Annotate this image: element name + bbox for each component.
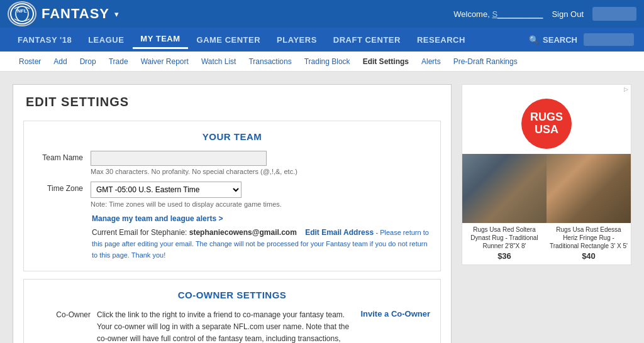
welcome-text: Welcome, S__________ <box>453 9 543 19</box>
email-address: stephaniecowens@gmail.com <box>189 228 297 237</box>
fantasy-dropdown-chevron[interactable]: ▾ <box>114 9 119 19</box>
team-name-field-area: Max 30 characters. No profanity. No spec… <box>91 151 430 175</box>
subnav-alerts[interactable]: Alerts <box>415 55 447 68</box>
subnav-drop[interactable]: Drop <box>74 55 103 68</box>
rugs-usa-logo[interactable]: RUGS USA <box>521 99 572 149</box>
nav-item-myteam[interactable]: MY TEAM <box>133 30 187 49</box>
nav-item-research[interactable]: RESEARCH <box>409 31 473 48</box>
welcome-name: S__________ <box>492 9 543 19</box>
subnav-predraftrankings[interactable]: Pre-Draft Rankings <box>447 55 524 68</box>
co-owner-title: CO-OWNER SETTINGS <box>34 290 430 300</box>
page-title: EDIT SETTINGS <box>13 85 451 116</box>
team-name-label: Team Name <box>34 151 91 162</box>
ad-label: ▷ <box>624 86 628 92</box>
sign-out-link[interactable]: Sign Out <box>552 9 584 19</box>
top-bar: NFL FANTASY ▾ Welcome, S__________ Sign … <box>0 0 644 28</box>
email-row: Current Email for Stephanie: stephanieco… <box>92 227 430 261</box>
team-name-row: Team Name Max 30 characters. No profanit… <box>34 151 430 175</box>
rug-item-right[interactable]: Rugs Usa Rust Edessa Heriz Fringe Rug - … <box>547 154 631 264</box>
subnav-watchlist[interactable]: Watch List <box>195 55 243 68</box>
rug-item-left[interactable]: Rugs Usa Red Soltera Dynast Rug - Tradit… <box>462 154 547 264</box>
ad-container: ▷ RUGS USA Rugs Usa Red Soltera Dynast R… <box>462 84 631 265</box>
search-label: SEARCH <box>543 35 577 45</box>
your-team-section: YOUR TEAM Team Name Max 30 characters. N… <box>23 121 441 271</box>
content-right: ▷ RUGS USA Rugs Usa Red Soltera Dynast R… <box>462 84 631 343</box>
rug-caption-left: Rugs Usa Red Soltera Dynast Rug - Tradit… <box>462 223 547 251</box>
content-left: EDIT SETTINGS YOUR TEAM Team Name Max 30… <box>13 84 452 343</box>
co-owner-description: Click the link to the right to invite a … <box>97 309 354 343</box>
time-zone-select[interactable]: GMT -05:00 U.S. Eastern Time <box>91 182 242 198</box>
team-name-hint: Max 30 characters. No profanity. No spec… <box>91 168 430 175</box>
manage-alerts-link[interactable]: Manage my team and league alerts > <box>92 214 430 223</box>
nfl-logo: NFL <box>8 1 36 26</box>
main-content: EDIT SETTINGS YOUR TEAM Team Name Max 30… <box>0 72 644 343</box>
rug-price-left: $36 <box>462 251 547 264</box>
edit-email-link[interactable]: Edit Email Address <box>305 228 374 237</box>
nav-item-players[interactable]: PLAYERS <box>269 31 325 48</box>
subnav-waiverreport[interactable]: Waiver Report <box>135 55 195 68</box>
subnav-trade[interactable]: Trade <box>103 55 135 68</box>
co-owner-row: Co-Owner Click the link to the right to … <box>34 309 430 343</box>
nav-right: 🔍 SEARCH <box>529 33 634 46</box>
nav-item-draftcenter[interactable]: DRAFT CENTER <box>326 31 408 48</box>
nav-left: FANTASY '18 LEAGUE MY TEAM GAME CENTER P… <box>10 30 473 49</box>
search-area[interactable]: 🔍 SEARCH <box>529 35 577 45</box>
ad-header: ▷ <box>462 85 631 94</box>
nav-item-gamecenter[interactable]: GAME CENTER <box>189 31 269 48</box>
your-team-title: YOUR TEAM <box>34 131 430 142</box>
time-zone-hint: Note: Time zones will be used to display… <box>91 200 430 208</box>
nav-profile-avatar <box>584 33 634 46</box>
rug-price-right: $40 <box>547 251 631 264</box>
top-bar-left: NFL FANTASY ▾ <box>8 1 119 26</box>
invite-co-owner-link[interactable]: Invite a Co-Owner <box>360 309 430 318</box>
subnav-tradingblock[interactable]: Trading Block <box>298 55 357 68</box>
subnav-add[interactable]: Add <box>47 55 73 68</box>
nav-item-league[interactable]: LEAGUE <box>80 31 131 48</box>
main-nav: FANTASY '18 LEAGUE MY TEAM GAME CENTER P… <box>0 28 644 52</box>
time-zone-field-area: GMT -05:00 U.S. Eastern Time Note: Time … <box>91 182 430 208</box>
search-icon: 🔍 <box>529 35 539 45</box>
email-prefix: Current Email for Stephanie: <box>92 228 187 237</box>
co-owner-section: CO-OWNER SETTINGS Co-Owner Click the lin… <box>23 279 441 343</box>
co-owner-label: Co-Owner <box>34 309 91 319</box>
subnav-roster[interactable]: Roster <box>13 55 47 68</box>
top-bar-right: Welcome, S__________ Sign Out <box>453 7 636 21</box>
rugs-usa-brand-text: RUGS USA <box>521 111 572 136</box>
rug-image-right <box>547 154 631 223</box>
rug-images-row: Rugs Usa Red Soltera Dynast Rug - Tradit… <box>462 154 631 264</box>
subnav-editsettings[interactable]: Edit Settings <box>357 55 415 68</box>
rug-caption-right: Rugs Usa Rust Edessa Heriz Fringe Rug - … <box>547 223 631 251</box>
time-zone-label: Time Zone <box>34 182 91 193</box>
rug-image-left <box>462 154 547 223</box>
svg-text:NFL: NFL <box>17 8 27 14</box>
nav-item-fantasy18[interactable]: FANTASY '18 <box>10 31 79 48</box>
fantasy-brand-text: FANTASY <box>42 6 109 22</box>
team-name-input[interactable] <box>91 151 267 166</box>
top-bar-avatar <box>592 7 636 21</box>
sub-nav: Roster Add Drop Trade Waiver Report Watc… <box>0 52 644 72</box>
subnav-transactions[interactable]: Transactions <box>242 55 297 68</box>
time-zone-row: Time Zone GMT -05:00 U.S. Eastern Time N… <box>34 182 430 208</box>
